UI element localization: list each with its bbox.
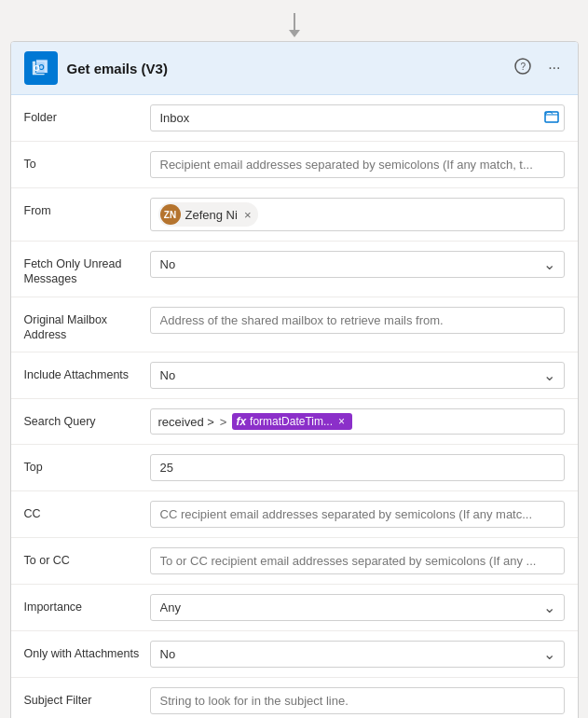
outlook-icon: O O bbox=[24, 51, 58, 85]
to-control bbox=[150, 151, 565, 178]
fx-close-button[interactable]: × bbox=[338, 415, 345, 428]
more-button[interactable]: ··· bbox=[544, 58, 564, 78]
avatar-name: Zefeng Ni bbox=[185, 208, 238, 222]
to-or-cc-row: To or CC bbox=[11, 538, 578, 585]
search-query-control: received > > fx formatDateTim... × bbox=[150, 408, 565, 435]
from-tag-close[interactable]: × bbox=[244, 208, 252, 222]
original-mailbox-row: Original Mailbox Address bbox=[11, 297, 578, 353]
svg-text:O: O bbox=[33, 63, 39, 73]
to-row: To bbox=[11, 142, 578, 188]
help-button[interactable]: ? bbox=[511, 56, 535, 80]
only-attachments-label: Only with Attachments bbox=[24, 641, 150, 661]
get-emails-card: O O Get emails (V3) ? ··· Folder bbox=[10, 41, 579, 718]
importance-select-wrapper: Any Low Normal High bbox=[150, 594, 565, 621]
query-prefix: received > bbox=[158, 415, 214, 429]
top-label: Top bbox=[24, 454, 150, 475]
avatar: ZN bbox=[160, 204, 181, 225]
top-row: Top bbox=[11, 445, 578, 491]
card-header-actions: ? ··· bbox=[511, 56, 564, 80]
cc-control bbox=[150, 501, 565, 528]
original-mailbox-input[interactable] bbox=[150, 307, 565, 334]
include-attachments-select[interactable]: No Yes bbox=[150, 362, 565, 389]
cc-input[interactable] bbox=[150, 501, 565, 528]
to-input[interactable] bbox=[150, 151, 565, 178]
only-attachments-select[interactable]: No Yes bbox=[150, 641, 565, 668]
fx-label: formatDateTim... bbox=[250, 415, 333, 428]
svg-text:?: ? bbox=[521, 62, 526, 72]
to-or-cc-control bbox=[150, 547, 565, 574]
subject-filter-row: Subject Filter bbox=[11, 678, 578, 718]
from-tag-container: ZN Zefeng Ni × bbox=[150, 198, 565, 231]
include-attachments-row: Include Attachments No Yes bbox=[11, 352, 578, 399]
subject-filter-input[interactable] bbox=[150, 687, 565, 714]
card-header: O O Get emails (V3) ? ··· bbox=[11, 42, 578, 95]
fx-tag: fx formatDateTim... × bbox=[232, 413, 352, 430]
original-mailbox-control bbox=[150, 307, 565, 334]
importance-label: Importance bbox=[24, 594, 150, 614]
include-attachments-select-wrapper: No Yes bbox=[150, 362, 565, 389]
top-control bbox=[150, 454, 565, 481]
only-attachments-select-wrapper: No Yes bbox=[150, 641, 565, 668]
query-arrow: > bbox=[220, 415, 227, 429]
include-attachments-label: Include Attachments bbox=[24, 362, 150, 382]
importance-select[interactable]: Any Low Normal High bbox=[150, 594, 565, 621]
cc-row: CC bbox=[11, 491, 578, 538]
folder-row: Folder bbox=[11, 95, 578, 142]
top-connector bbox=[289, 13, 300, 37]
importance-control: Any Low Normal High bbox=[150, 594, 565, 621]
from-avatar-tag: ZN Zefeng Ni × bbox=[158, 202, 259, 227]
search-query-row: Search Query received > > fx formatDateT… bbox=[11, 399, 578, 445]
folder-control bbox=[150, 104, 565, 131]
from-row: From ZN Zefeng Ni × bbox=[11, 188, 578, 242]
subject-filter-label: Subject Filter bbox=[24, 687, 150, 708]
from-label: From bbox=[24, 198, 150, 218]
top-input[interactable] bbox=[150, 454, 565, 481]
fetch-unread-row: Fetch Only Unread Messages No Yes bbox=[11, 242, 578, 297]
to-or-cc-input[interactable] bbox=[150, 547, 565, 574]
card-title: Get emails (V3) bbox=[67, 61, 512, 76]
fetch-unread-label: Fetch Only Unread Messages bbox=[24, 251, 150, 287]
folder-input[interactable] bbox=[150, 104, 565, 131]
fetch-unread-control: No Yes bbox=[150, 251, 565, 278]
to-or-cc-label: To or CC bbox=[24, 547, 150, 568]
form-body: Folder To bbox=[11, 95, 578, 718]
only-attachments-control: No Yes bbox=[150, 641, 565, 668]
cc-label: CC bbox=[24, 501, 150, 521]
fetch-unread-select-wrapper: No Yes bbox=[150, 251, 565, 278]
folder-input-wrapper bbox=[150, 104, 565, 131]
only-attachments-row: Only with Attachments No Yes bbox=[11, 631, 578, 678]
search-query-label: Search Query bbox=[24, 408, 150, 429]
fx-icon: fx bbox=[236, 415, 246, 428]
folder-label: Folder bbox=[24, 104, 150, 125]
subject-filter-control bbox=[150, 687, 565, 714]
fetch-unread-select[interactable]: No Yes bbox=[150, 251, 565, 278]
folder-browse-button[interactable] bbox=[544, 109, 559, 128]
search-query-container: received > > fx formatDateTim... × bbox=[150, 408, 565, 435]
original-mailbox-label: Original Mailbox Address bbox=[24, 307, 150, 343]
to-label: To bbox=[24, 151, 150, 172]
importance-row: Importance Any Low Normal High bbox=[11, 585, 578, 631]
from-control: ZN Zefeng Ni × bbox=[150, 198, 565, 231]
include-attachments-control: No Yes bbox=[150, 362, 565, 389]
